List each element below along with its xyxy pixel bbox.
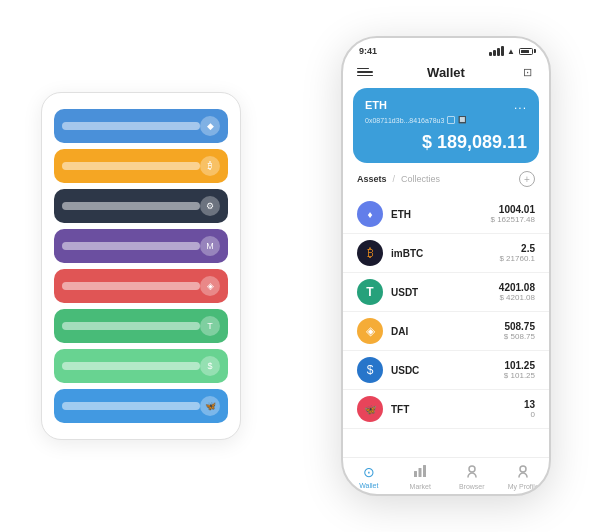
- asset-usd-tft: 0: [524, 410, 535, 419]
- wallet-nav-icon: ⊙: [363, 464, 375, 480]
- card-icon: 🦋: [200, 396, 220, 416]
- hamburger-menu-button[interactable]: [357, 68, 373, 77]
- usdt-token-icon: T: [357, 279, 383, 305]
- asset-amount-tft: 13: [524, 399, 535, 410]
- asset-amount-usdc: 101.25: [504, 360, 535, 371]
- asset-amount-imbtc: 2.5: [499, 243, 535, 254]
- asset-usd-eth: $ 162517.48: [491, 215, 536, 224]
- asset-name-tft: TFT: [391, 404, 524, 415]
- card-label: [62, 282, 200, 290]
- eth-more-button[interactable]: ...: [514, 98, 527, 112]
- card-label: [62, 242, 200, 250]
- list-item[interactable]: $: [54, 349, 228, 383]
- svg-rect-2: [423, 465, 426, 477]
- bottom-nav: ⊙ Wallet Market Browser My Profile: [343, 457, 549, 494]
- svg-point-4: [520, 466, 526, 472]
- nav-browser[interactable]: Browser: [446, 464, 498, 490]
- asset-usd-usdt: $ 4201.08: [499, 293, 535, 302]
- phone-header: Wallet ⊡: [343, 60, 549, 88]
- asset-amounts-dai: 508.75 $ 508.75: [504, 321, 535, 341]
- dai-token-icon: ◈: [357, 318, 383, 344]
- eth-balance: $ 189,089.11: [365, 132, 527, 153]
- card-icon: M: [200, 236, 220, 256]
- card-label: [62, 362, 200, 370]
- signal-icon: [489, 46, 504, 56]
- asset-usd-imbtc: $ 21760.1: [499, 254, 535, 263]
- asset-amounts-usdc: 101.25 $ 101.25: [504, 360, 535, 380]
- list-item[interactable]: ◆: [54, 109, 228, 143]
- imbtc-token-icon: ₿: [357, 240, 383, 266]
- card-stack: ◆ ₿ ⚙ M ◈ T $ 🦋: [41, 92, 241, 440]
- asset-amounts-usdt: 4201.08 $ 4201.08: [499, 282, 535, 302]
- eth-card-title: ETH: [365, 99, 387, 111]
- tab-separator: /: [393, 174, 396, 184]
- browser-nav-label: Browser: [459, 483, 485, 490]
- list-item[interactable]: ◈: [54, 269, 228, 303]
- card-label: [62, 202, 200, 210]
- asset-amounts-tft: 13 0: [524, 399, 535, 419]
- card-label: [62, 322, 200, 330]
- asset-row-dai[interactable]: ◈ DAI 508.75 $ 508.75: [343, 312, 549, 351]
- nav-wallet[interactable]: ⊙ Wallet: [343, 464, 395, 490]
- svg-rect-0: [414, 471, 417, 477]
- asset-amount-eth: 1004.01: [491, 204, 536, 215]
- asset-row-usdt[interactable]: T USDT 4201.08 $ 4201.08: [343, 273, 549, 312]
- scene: ◆ ₿ ⚙ M ◈ T $ 🦋: [21, 16, 581, 516]
- card-icon: ⚙: [200, 196, 220, 216]
- asset-row-eth[interactable]: ♦ ETH 1004.01 $ 162517.48: [343, 195, 549, 234]
- asset-name-eth: ETH: [391, 209, 491, 220]
- phone: 9:41 ▲ Wallet ⊡: [341, 36, 551, 496]
- profile-nav-icon: [516, 464, 530, 481]
- copy-icon[interactable]: [447, 116, 455, 124]
- asset-amounts-eth: 1004.01 $ 162517.48: [491, 204, 536, 224]
- asset-list: ♦ ETH 1004.01 $ 162517.48 ₿ imBTC 2.5 $ …: [343, 195, 549, 457]
- profile-nav-label: My Profile: [508, 483, 539, 490]
- card-icon: ◆: [200, 116, 220, 136]
- nav-profile[interactable]: My Profile: [498, 464, 550, 490]
- status-time: 9:41: [359, 46, 377, 56]
- asset-name-imbtc: imBTC: [391, 248, 499, 259]
- asset-row-tft[interactable]: 🦋 TFT 13 0: [343, 390, 549, 429]
- wallet-nav-label: Wallet: [359, 482, 378, 489]
- card-label: [62, 122, 200, 130]
- status-bar: 9:41 ▲: [343, 38, 549, 60]
- add-asset-button[interactable]: +: [519, 171, 535, 187]
- tab-collecties[interactable]: Collecties: [401, 174, 440, 184]
- asset-amount-dai: 508.75: [504, 321, 535, 332]
- svg-point-3: [469, 466, 475, 472]
- eth-token-icon: ♦: [357, 201, 383, 227]
- asset-name-usdc: USDC: [391, 365, 504, 376]
- assets-header: Assets / Collecties +: [343, 171, 549, 195]
- card-icon: $: [200, 356, 220, 376]
- list-item[interactable]: T: [54, 309, 228, 343]
- status-icons: ▲: [489, 46, 533, 56]
- card-icon: T: [200, 316, 220, 336]
- asset-name-usdt: USDT: [391, 287, 499, 298]
- asset-amounts-imbtc: 2.5 $ 21760.1: [499, 243, 535, 263]
- usdc-token-icon: $: [357, 357, 383, 383]
- list-item[interactable]: M: [54, 229, 228, 263]
- tft-token-icon: 🦋: [357, 396, 383, 422]
- nav-market[interactable]: Market: [395, 464, 447, 490]
- asset-name-dai: DAI: [391, 326, 504, 337]
- wifi-icon: ▲: [507, 47, 515, 56]
- eth-card[interactable]: ETH ... 0x08711d3b...8416a78u3 🔲 $ 189,0…: [353, 88, 539, 163]
- asset-amount-usdt: 4201.08: [499, 282, 535, 293]
- card-icon: ₿: [200, 156, 220, 176]
- asset-usd-dai: $ 508.75: [504, 332, 535, 341]
- browser-nav-icon: [465, 464, 479, 481]
- asset-row-imbtc[interactable]: ₿ imBTC 2.5 $ 21760.1: [343, 234, 549, 273]
- asset-row-usdc[interactable]: $ USDC 101.25 $ 101.25: [343, 351, 549, 390]
- market-nav-icon: [413, 464, 427, 481]
- market-nav-label: Market: [410, 483, 431, 490]
- list-item[interactable]: ⚙: [54, 189, 228, 223]
- card-icon: ◈: [200, 276, 220, 296]
- tab-assets[interactable]: Assets: [357, 174, 387, 184]
- eth-address: 0x08711d3b...8416a78u3 🔲: [365, 116, 527, 124]
- svg-rect-1: [419, 468, 422, 477]
- list-item[interactable]: 🦋: [54, 389, 228, 423]
- asset-usd-usdc: $ 101.25: [504, 371, 535, 380]
- expand-icon[interactable]: ⊡: [519, 64, 535, 80]
- list-item[interactable]: ₿: [54, 149, 228, 183]
- card-label: [62, 402, 200, 410]
